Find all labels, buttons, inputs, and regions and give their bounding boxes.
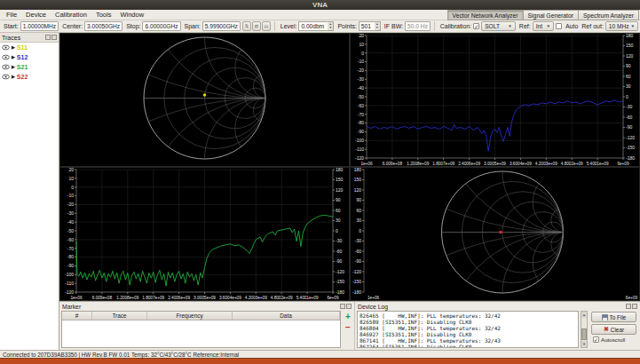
svg-text:0: 0 [361,51,364,56]
tab-signal-generator[interactable]: Signal Generator [523,10,579,20]
chevron-down-icon: ▼ [631,24,635,28]
panel-close-icon[interactable] [51,35,57,40]
scrollbar-thumb[interactable] [581,328,587,339]
menu-items: FileDeviceCalibrationToolsWindow [2,11,148,19]
menu-window[interactable]: Window [115,11,148,19]
marker-column-frequency[interactable]: Frequency [147,312,233,320]
toolbar-extra-button-3[interactable]: ▭ [262,21,271,31]
trace-label: S22 [17,74,28,80]
svg-text:-100: -100 [355,138,364,143]
panel-close-icon[interactable] [346,304,352,309]
auto-checkbox[interactable] [556,23,562,29]
remove-marker-button[interactable]: − [345,324,351,331]
clear-log-button[interactable]: ✖ Clear [591,324,636,335]
device-log-text: 826465 [ HW,INF]: PLL temperatures: 32/4… [357,311,579,348]
to-file-button[interactable]: To File [591,312,636,322]
svg-text:20: 20 [68,167,74,172]
svg-text:30: 30 [356,218,361,223]
level-spin-arrows[interactable]: ▲▼ [328,21,334,31]
chevron-down-icon: ▼ [546,24,549,28]
svg-text:-10: -10 [67,193,74,198]
start-input[interactable]: 1.00000MHz [20,21,59,31]
svg-text:180: 180 [336,167,344,172]
main-area: Traces ▶S11▶S12▶S21▶S22 20100-10-20-30-4… [0,33,640,350]
menu-file[interactable]: File [2,11,21,19]
svg-text:-70: -70 [67,246,74,251]
svg-text:-40: -40 [67,219,74,225]
menu-device[interactable]: Device [21,11,51,19]
stop-input[interactable]: 6.00000GHz [142,21,180,31]
panel-detach-icon[interactable] [340,304,345,309]
toolbar-extra-button-1[interactable]: ⇅ [242,21,251,31]
marker-column-num[interactable]: # [62,312,92,320]
panel-detach-icon[interactable] [45,35,51,40]
ifbw-label: IF BW: [384,23,403,29]
trace-item-s11[interactable]: ▶S11 [0,43,59,52]
calibration-checkbox[interactable]: ✓ [473,23,479,29]
span-input[interactable]: 5.99900GHz [202,21,241,31]
panel-close-icon[interactable] [632,304,637,309]
expand-triangle-icon[interactable]: ▶ [12,45,15,50]
smith-chart-s22[interactable]: 1801501209060300-30-60-90-120-150-1801e+… [350,167,640,301]
marker-column-data[interactable]: Data [233,312,340,320]
center-label: Center: [62,23,83,29]
autoscroll-checkbox[interactable]: ✓ [593,336,599,343]
expand-triangle-icon[interactable]: ▶ [12,75,15,79]
ifbw-input[interactable]: 50.0 Hz [405,21,431,31]
calibration-dropdown[interactable]: SOLT ▼ [481,21,516,31]
trace-item-s12[interactable]: ▶S12 [0,52,59,62]
eye-icon[interactable] [2,54,10,60]
marker-table-body[interactable] [62,320,340,347]
scroll-up-icon[interactable]: ▲ [581,312,587,318]
svg-text:150: 150 [336,177,344,182]
refout-dropdown[interactable]: 10 MHz ▼ [605,21,638,31]
marker-column-trace[interactable]: Trace [92,312,147,320]
toolbar-separator [274,21,275,31]
points-spin-arrows[interactable]: ▲▼ [375,21,381,31]
svg-text:6.009e+08: 6.009e+08 [92,296,113,300]
svg-text:-150: -150 [336,279,344,284]
svg-text:1e+06: 1e+06 [70,296,83,300]
log-line: 846804 [ HW,INF]: PLL temperatures: 32/4… [360,325,576,331]
trace-list: ▶S11▶S12▶S21▶S22 [0,43,59,82]
menu-calibration[interactable]: Calibration [51,11,91,19]
svg-text:2.4006e+09: 2.4006e+09 [168,296,190,300]
svg-text:4.2003e+09: 4.2003e+09 [245,296,267,300]
menu-tools[interactable]: Tools [91,11,116,19]
ref-dropdown[interactable]: Int ▼ [533,21,554,31]
eye-icon[interactable] [2,44,10,51]
add-marker-button[interactable]: + [345,313,351,320]
magnitude-plot-s21[interactable]: 20100-10-20-30-40-50-60-70-80-90-100-110… [59,167,350,301]
expand-triangle-icon[interactable]: ▶ [12,65,15,69]
eye-icon[interactable] [2,74,10,80]
svg-text:-120: -120 [336,269,344,274]
points-stepper[interactable]: 501 ▲▼ [359,21,381,31]
log-scrollbar[interactable]: ▲ ▼ [581,311,588,348]
tab-spectrum-analyzer[interactable]: Spectrum Analyzer [578,10,639,20]
tab-vector-network-analyzer[interactable]: Vector Network Analyzer [447,10,524,20]
scroll-down-icon[interactable]: ▼ [581,341,587,347]
svg-text:-30: -30 [358,76,364,82]
svg-text:-30: -30 [355,238,361,243]
center-input[interactable]: 3.00050GHz [84,21,122,31]
panel-detach-icon[interactable] [626,304,631,309]
smith-chart-s11[interactable] [59,33,350,167]
eye-icon[interactable] [2,64,10,70]
trace-item-s22[interactable]: ▶S22 [0,72,59,82]
svg-text:-60: -60 [626,115,632,120]
svg-text:-90: -90 [358,129,364,134]
svg-text:3.6004e+09: 3.6004e+09 [510,162,532,166]
svg-text:3.0005e+09: 3.0005e+09 [194,296,216,300]
svg-text:-30: -30 [336,238,342,243]
svg-text:180: 180 [354,167,362,172]
expand-triangle-icon[interactable]: ▶ [12,55,15,59]
trace-item-s21[interactable]: ▶S21 [0,62,59,72]
level-stepper[interactable]: 0.00dbm ▲▼ [298,21,334,31]
window-titlebar[interactable]: VNA [0,0,640,10]
window-title: VNA [312,1,328,9]
svg-text:-60: -60 [355,249,361,254]
magnitude-plot-s12[interactable]: 20100-10-20-30-40-50-60-70-80-90-100-110… [350,33,640,167]
autoscroll-toggle[interactable]: ✓ Autoscroll [591,336,636,343]
traces-panel-header: Traces [0,33,59,43]
toolbar-extra-button-2[interactable]: ⇄ [252,21,261,31]
